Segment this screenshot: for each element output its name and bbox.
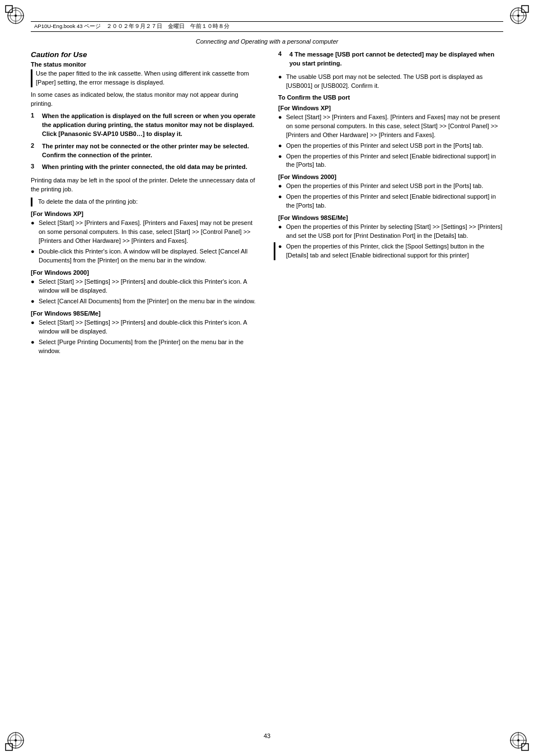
win-xp-bullet-1: ● Select [Start] >> [Printers and Faxes]… xyxy=(31,219,256,246)
content-area: Caution for Use The status monitor Use t… xyxy=(31,50,503,725)
win-2000-header: [For Windows 2000] xyxy=(31,269,256,276)
bullet-dot: ● xyxy=(278,242,284,260)
bullet-dot: ● xyxy=(31,338,36,356)
status-monitor-heading: The status monitor xyxy=(31,61,256,68)
page-number: 43 xyxy=(0,732,534,739)
win-2000-bullet-2: ● Select [Cancel All Documents] from the… xyxy=(31,297,256,306)
win-98se-header: [For Windows 98SE/Me] xyxy=(31,310,256,317)
page: AP10U-Eng.book 43 ページ ２００２年９月２７日 金曜日 午前１… xyxy=(0,0,534,756)
svg-point-17 xyxy=(15,739,17,741)
sidebar-indicator-98se xyxy=(274,242,275,260)
svg-point-11 xyxy=(517,15,519,17)
num-item-1: 1 When the application is displayed on t… xyxy=(31,112,256,139)
header-bar: AP10U-Eng.book 43 ページ ２００２年９月２７日 金曜日 午前１… xyxy=(31,21,503,32)
win-98se-bullet-2-text: Select [Purge Printing Documents] from t… xyxy=(39,338,256,356)
bullet-dot: ● xyxy=(31,247,36,265)
confirm-98se-block: ● Open the properties of this Printer by… xyxy=(278,223,503,260)
num-label-2: 2 xyxy=(31,142,39,160)
delete-data-block: To delete the data of the printing job: xyxy=(31,198,256,206)
item4-bullets: ● The usable USB port may not be selecte… xyxy=(278,73,503,91)
win-2000-bullet-1: ● Select [Start] >> [Settings] >> [Print… xyxy=(31,278,256,295)
bullet-dot: ● xyxy=(278,152,284,170)
corner-decoration-tr xyxy=(507,4,530,27)
bullet-dot: ● xyxy=(278,142,284,151)
numbered-list: 1 When the application is displayed on t… xyxy=(31,112,256,172)
confirm-2000-bullet-2: ● Open the properties of this Printer an… xyxy=(278,192,503,210)
svg-point-23 xyxy=(517,739,519,741)
bullet-dot: ● xyxy=(278,192,284,210)
win-xp-bullet-2-text: Double-click this Printer's icon. A wind… xyxy=(39,247,256,265)
win-xp-header: [For Windows XP] xyxy=(31,210,256,217)
confirm-2000-bullet-1: ● Open the properties of this Printer an… xyxy=(278,182,503,191)
win-98se-bullet-1-text: Select [Start] >> [Settings] >> [Printer… xyxy=(39,318,256,336)
corner-decoration-tl xyxy=(4,4,27,27)
confirm-xp-bullet-2: ● Open the properties of this Printer an… xyxy=(278,142,503,151)
win-98se-bullets: ● Select [Start] >> [Settings] >> [Print… xyxy=(31,318,256,356)
header-text: AP10U-Eng.book 43 ページ ２００２年９月２７日 金曜日 午前１… xyxy=(34,23,229,30)
delete-data-label: To delete the data of the printing job: xyxy=(38,198,256,206)
confirm-2000-header: [For Windows 2000] xyxy=(278,173,503,180)
status-monitor-block: Use the paper fitted to the ink cassette… xyxy=(31,69,256,87)
confirm-98se-bullets: ● Open the properties of this Printer by… xyxy=(278,223,503,260)
bullet-dot: ● xyxy=(278,223,284,241)
num-item-4: 4 4 The message [USB port cannot be dete… xyxy=(278,50,503,68)
win-2000-bullet-2-text: Select [Cancel All Documents] from the [… xyxy=(39,297,256,306)
confirm-98se-bullet-1: ● Open the properties of this Printer by… xyxy=(278,223,503,241)
num-label-3: 3 xyxy=(31,163,39,172)
confirm-usb-title: To Confirm the USB port xyxy=(278,94,503,101)
confirm-xp-header: [For Windows XP] xyxy=(278,105,503,111)
right-column: 4 4 The message [USB port cannot be dete… xyxy=(273,50,503,725)
num-item-3: 3 When printing with the printer connect… xyxy=(31,163,256,172)
left-column: Caution for Use The status monitor Use t… xyxy=(31,50,261,725)
bullet-dot: ● xyxy=(31,297,36,306)
printing-data-p: Printing data may be left in the spool o… xyxy=(31,176,256,194)
confirm-xp-bullet-1: ● Select [Start] >> [Printers and Faxes]… xyxy=(278,113,503,140)
bullet-dot: ● xyxy=(278,182,284,191)
num-item-2: 2 The printer may not be connected or th… xyxy=(31,142,256,160)
status-monitor-p2: In some cases as indicated below, the st… xyxy=(31,91,256,109)
num-content-4: 4 The message [USB port cannot be detect… xyxy=(289,50,503,68)
confirm-xp-bullet-2-text: Open the properties of this Printer and … xyxy=(286,142,503,151)
num-content-1: When the application is displayed on the… xyxy=(42,112,256,139)
confirm-98se-bullet-1-text: Open the properties of this Printer by s… xyxy=(286,223,503,241)
num-content-3: When printing with the printer connected… xyxy=(42,163,247,172)
confirm-2000-bullets: ● Open the properties of this Printer an… xyxy=(278,182,503,210)
confirm-98se-bullet-2: ● Open the properties of this Printer, c… xyxy=(278,242,503,260)
win-xp-bullet-2: ● Double-click this Printer's icon. A wi… xyxy=(31,247,256,265)
win-98se-bullet-2: ● Select [Purge Printing Documents] from… xyxy=(31,338,256,356)
bullet-dot: ● xyxy=(31,278,36,295)
section-title: Caution for Use xyxy=(31,50,256,59)
num-content-2: The printer may not be connected or the … xyxy=(42,142,256,160)
confirm-xp-bullet-3: ● Open the properties of this Printer an… xyxy=(278,152,503,170)
bullet-dot: ● xyxy=(31,318,36,336)
bullet-dot: ● xyxy=(278,73,284,91)
confirm-98se-bullet-2-text: Open the properties of this Printer, cli… xyxy=(286,242,503,260)
confirm-2000-bullet-1-text: Open the properties of this Printer and … xyxy=(286,182,503,191)
confirm-2000-bullet-2-text: Open the properties of this Printer and … xyxy=(286,192,503,210)
status-monitor-p1: Use the paper fitted to the ink cassette… xyxy=(36,69,256,87)
confirm-98se-header: [For Windows 98SE/Me] xyxy=(278,214,503,221)
win-xp-bullet-1-text: Select [Start] >> [Printers and Faxes]. … xyxy=(39,219,256,246)
page-title: Connecting and Operating with a personal… xyxy=(31,38,503,45)
confirm-xp-bullet-1-text: Select [Start] >> [Printers and Faxes]. … xyxy=(286,113,503,140)
confirm-xp-bullet-3-text: Open the properties of this Printer and … xyxy=(286,152,503,170)
num-label-1: 1 xyxy=(31,112,39,139)
win-2000-bullets: ● Select [Start] >> [Settings] >> [Print… xyxy=(31,278,256,306)
item4-bullet-1-text: The usable USB port may not be selected.… xyxy=(286,73,503,91)
item4-bullet-1: ● The usable USB port may not be selecte… xyxy=(278,73,503,91)
svg-point-5 xyxy=(15,15,17,17)
confirm-xp-bullets: ● Select [Start] >> [Printers and Faxes]… xyxy=(278,113,503,170)
bullet-dot: ● xyxy=(278,113,284,140)
win-98se-bullet-1: ● Select [Start] >> [Settings] >> [Print… xyxy=(31,318,256,336)
win-xp-bullets: ● Select [Start] >> [Printers and Faxes]… xyxy=(31,219,256,265)
bullet-dot: ● xyxy=(31,219,36,246)
win-2000-bullet-1-text: Select [Start] >> [Settings] >> [Printer… xyxy=(39,278,256,295)
num-label-4: 4 xyxy=(278,50,286,68)
